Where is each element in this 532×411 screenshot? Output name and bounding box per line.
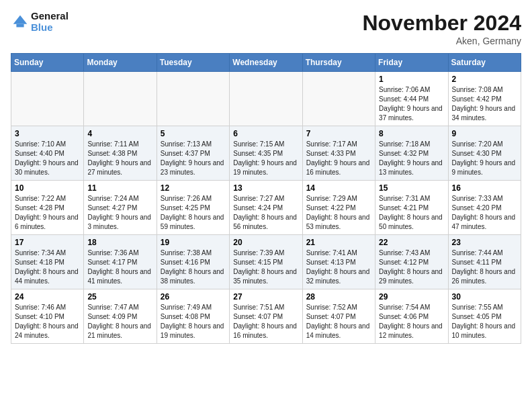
title-block: November 2024 Aken, Germany	[362, 11, 521, 46]
day-detail: Sunrise: 7:26 AM Sunset: 4:25 PM Dayligh…	[161, 194, 226, 232]
day-number: 24	[15, 292, 80, 302]
calendar-cell: 3Sunrise: 7:10 AM Sunset: 4:40 PM Daylig…	[11, 126, 84, 181]
location: Aken, Germany	[362, 36, 521, 46]
logo-line1: General	[31, 11, 69, 22]
day-number: 10	[15, 183, 80, 193]
calendar-cell: 27Sunrise: 7:51 AM Sunset: 4:07 PM Dayli…	[230, 289, 302, 344]
header-cell: Wednesday	[230, 54, 302, 72]
day-detail: Sunrise: 7:46 AM Sunset: 4:10 PM Dayligh…	[15, 303, 80, 340]
header-cell: Friday	[375, 54, 448, 72]
day-detail: Sunrise: 7:52 AM Sunset: 4:07 PM Dayligh…	[306, 303, 371, 340]
day-number: 25	[87, 292, 152, 302]
calendar-cell: 19Sunrise: 7:38 AM Sunset: 4:16 PM Dayli…	[157, 235, 229, 289]
day-detail: Sunrise: 7:27 AM Sunset: 4:24 PM Dayligh…	[233, 194, 298, 232]
day-detail: Sunrise: 7:20 AM Sunset: 4:30 PM Dayligh…	[452, 140, 517, 177]
calendar-cell: 1Sunrise: 7:06 AM Sunset: 4:44 PM Daylig…	[375, 72, 448, 126]
calendar-cell: 16Sunrise: 7:33 AM Sunset: 4:20 PM Dayli…	[448, 181, 521, 235]
day-number: 18	[87, 238, 152, 247]
calendar-cell	[11, 72, 84, 126]
day-detail: Sunrise: 7:15 AM Sunset: 4:35 PM Dayligh…	[233, 140, 298, 177]
calendar-cell: 11Sunrise: 7:24 AM Sunset: 4:27 PM Dayli…	[84, 181, 157, 235]
day-number: 5	[161, 129, 226, 138]
calendar-body: 1Sunrise: 7:06 AM Sunset: 4:44 PM Daylig…	[11, 72, 521, 344]
day-detail: Sunrise: 7:44 AM Sunset: 4:11 PM Dayligh…	[452, 248, 517, 286]
day-detail: Sunrise: 7:17 AM Sunset: 4:33 PM Dayligh…	[306, 140, 371, 177]
day-number: 8	[379, 129, 444, 138]
header-cell: Thursday	[302, 54, 375, 72]
day-detail: Sunrise: 7:43 AM Sunset: 4:12 PM Dayligh…	[379, 248, 444, 286]
day-number: 29	[379, 292, 444, 302]
day-detail: Sunrise: 7:33 AM Sunset: 4:20 PM Dayligh…	[452, 194, 517, 232]
calendar-header: SundayMondayTuesdayWednesdayThursdayFrid…	[11, 54, 521, 72]
day-detail: Sunrise: 7:24 AM Sunset: 4:27 PM Dayligh…	[87, 194, 152, 232]
calendar-cell: 12Sunrise: 7:26 AM Sunset: 4:25 PM Dayli…	[157, 181, 229, 235]
day-number: 22	[379, 238, 444, 247]
day-detail: Sunrise: 7:06 AM Sunset: 4:44 PM Dayligh…	[379, 85, 444, 123]
day-detail: Sunrise: 7:18 AM Sunset: 4:32 PM Dayligh…	[379, 140, 444, 177]
header-row: SundayMondayTuesdayWednesdayThursdayFrid…	[11, 54, 521, 72]
calendar-week-row: 3Sunrise: 7:10 AM Sunset: 4:40 PM Daylig…	[11, 126, 521, 181]
day-detail: Sunrise: 7:38 AM Sunset: 4:16 PM Dayligh…	[161, 248, 226, 286]
logo: General Blue	[11, 11, 69, 33]
calendar-cell: 25Sunrise: 7:47 AM Sunset: 4:09 PM Dayli…	[84, 289, 157, 344]
day-detail: Sunrise: 7:29 AM Sunset: 4:22 PM Dayligh…	[306, 194, 371, 232]
day-number: 11	[87, 183, 152, 193]
calendar-cell: 30Sunrise: 7:55 AM Sunset: 4:05 PM Dayli…	[448, 289, 521, 344]
header-cell: Tuesday	[157, 54, 229, 72]
day-number: 9	[452, 129, 517, 138]
calendar-week-row: 24Sunrise: 7:46 AM Sunset: 4:10 PM Dayli…	[11, 289, 521, 344]
day-number: 16	[452, 183, 517, 193]
day-number: 28	[306, 292, 371, 302]
calendar-week-row: 1Sunrise: 7:06 AM Sunset: 4:44 PM Daylig…	[11, 72, 521, 126]
day-number: 23	[452, 238, 517, 247]
calendar-cell: 26Sunrise: 7:49 AM Sunset: 4:08 PM Dayli…	[157, 289, 229, 344]
header-cell: Sunday	[11, 54, 84, 72]
calendar-cell: 13Sunrise: 7:27 AM Sunset: 4:24 PM Dayli…	[230, 181, 302, 235]
day-detail: Sunrise: 7:10 AM Sunset: 4:40 PM Dayligh…	[15, 140, 80, 177]
calendar-cell: 18Sunrise: 7:36 AM Sunset: 4:17 PM Dayli…	[84, 235, 157, 289]
header: General Blue November 2024 Aken, Germany	[11, 11, 521, 46]
day-number: 21	[306, 238, 371, 247]
day-number: 2	[452, 75, 517, 84]
calendar-cell: 29Sunrise: 7:54 AM Sunset: 4:06 PM Dayli…	[375, 289, 448, 344]
calendar-cell: 14Sunrise: 7:29 AM Sunset: 4:22 PM Dayli…	[302, 181, 375, 235]
day-detail: Sunrise: 7:08 AM Sunset: 4:42 PM Dayligh…	[452, 85, 517, 123]
day-number: 6	[233, 129, 298, 138]
logo-line2: Blue	[31, 22, 69, 34]
day-number: 14	[306, 183, 371, 193]
day-detail: Sunrise: 7:22 AM Sunset: 4:28 PM Dayligh…	[15, 194, 80, 232]
day-detail: Sunrise: 7:51 AM Sunset: 4:07 PM Dayligh…	[233, 303, 298, 340]
calendar-cell: 4Sunrise: 7:11 AM Sunset: 4:38 PM Daylig…	[84, 126, 157, 181]
day-detail: Sunrise: 7:41 AM Sunset: 4:13 PM Dayligh…	[306, 248, 371, 286]
calendar-cell: 23Sunrise: 7:44 AM Sunset: 4:11 PM Dayli…	[448, 235, 521, 289]
day-number: 15	[379, 183, 444, 193]
svg-rect-2	[16, 24, 24, 27]
day-detail: Sunrise: 7:34 AM Sunset: 4:18 PM Dayligh…	[15, 248, 80, 286]
calendar-cell: 21Sunrise: 7:41 AM Sunset: 4:13 PM Dayli…	[302, 235, 375, 289]
calendar-cell: 5Sunrise: 7:13 AM Sunset: 4:37 PM Daylig…	[157, 126, 229, 181]
header-cell: Saturday	[448, 54, 521, 72]
calendar-cell: 22Sunrise: 7:43 AM Sunset: 4:12 PM Dayli…	[375, 235, 448, 289]
calendar-table: SundayMondayTuesdayWednesdayThursdayFrid…	[11, 53, 521, 344]
calendar-cell: 28Sunrise: 7:52 AM Sunset: 4:07 PM Dayli…	[302, 289, 375, 344]
header-cell: Monday	[84, 54, 157, 72]
day-detail: Sunrise: 7:47 AM Sunset: 4:09 PM Dayligh…	[87, 303, 152, 340]
calendar-cell: 8Sunrise: 7:18 AM Sunset: 4:32 PM Daylig…	[375, 126, 448, 181]
calendar-week-row: 10Sunrise: 7:22 AM Sunset: 4:28 PM Dayli…	[11, 181, 521, 235]
logo-icon	[11, 13, 30, 32]
day-detail: Sunrise: 7:36 AM Sunset: 4:17 PM Dayligh…	[87, 248, 152, 286]
day-number: 7	[306, 129, 371, 138]
day-number: 19	[161, 238, 226, 247]
calendar-cell	[230, 72, 302, 126]
month-title: November 2024	[362, 11, 521, 36]
day-detail: Sunrise: 7:49 AM Sunset: 4:08 PM Dayligh…	[161, 303, 226, 340]
day-number: 17	[15, 238, 80, 247]
day-number: 27	[233, 292, 298, 302]
day-detail: Sunrise: 7:13 AM Sunset: 4:37 PM Dayligh…	[161, 140, 226, 177]
calendar-week-row: 17Sunrise: 7:34 AM Sunset: 4:18 PM Dayli…	[11, 235, 521, 289]
calendar-cell: 6Sunrise: 7:15 AM Sunset: 4:35 PM Daylig…	[230, 126, 302, 181]
day-number: 13	[233, 183, 298, 193]
day-detail: Sunrise: 7:11 AM Sunset: 4:38 PM Dayligh…	[87, 140, 152, 177]
day-detail: Sunrise: 7:31 AM Sunset: 4:21 PM Dayligh…	[379, 194, 444, 232]
calendar-cell: 10Sunrise: 7:22 AM Sunset: 4:28 PM Dayli…	[11, 181, 84, 235]
